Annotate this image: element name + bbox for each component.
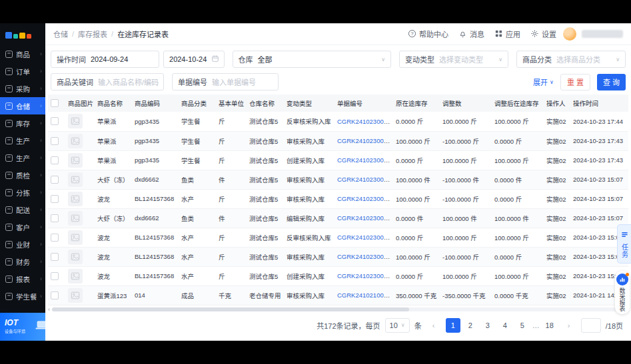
sidebar-item-label: 质检 (16, 170, 37, 180)
sidebar-item-production[interactable]: 生产› (0, 132, 45, 149)
reports-icon (5, 275, 13, 283)
row-checkbox[interactable] (51, 176, 59, 184)
product-image-cell (65, 208, 95, 228)
table-row: 波龙BL124157368水产斤测试仓库5创建采购入库CGRK241023000… (48, 266, 628, 285)
sidebar-item-inventory[interactable]: 库存› (0, 114, 45, 132)
doc-no-link[interactable]: CGRK24102300002 (337, 156, 393, 164)
help-button[interactable]: ?帮助中心 (408, 29, 448, 39)
breadcrumb-item[interactable]: 库存报表 (78, 29, 107, 39)
column-header: 调整后在途库存 (492, 94, 544, 112)
sidebar-item-finance[interactable]: 财务› (0, 253, 45, 270)
cell-stock-after: 100.0000 斤 (492, 266, 544, 285)
page-button-4[interactable]: 4 (498, 318, 512, 333)
cell-doc-no: CGRK24102300001 (334, 266, 393, 285)
select-all-checkbox[interactable] (51, 99, 59, 107)
report-floating-button[interactable]: 数采报表 (615, 271, 630, 314)
sidebar-item-goods[interactable]: 商品› (0, 45, 45, 63)
row-checkbox[interactable] (51, 214, 59, 222)
chevron-right-icon: › (40, 241, 42, 248)
sidebar-item-sorting[interactable]: 分拣› (0, 184, 45, 201)
breadcrumb: 仓储/库存报表/在途库存记录表 (53, 29, 169, 39)
page-button-5[interactable]: 5 (515, 318, 530, 333)
row-checkbox[interactable] (51, 195, 59, 203)
scroll-left-icon[interactable]: ‹ (48, 307, 50, 313)
date-range-end[interactable]: 2024-10-24 (163, 51, 225, 68)
sidebar-item-customers[interactable]: 客户› (0, 218, 45, 236)
warehouse-select[interactable]: 仓库 全部 ∨ (233, 51, 391, 68)
doc-no-link[interactable]: CGRK24102300001 (337, 176, 393, 183)
sidebar-item-label: 生产 (16, 136, 37, 146)
sidebar-item-purchase[interactable]: 采购› (0, 80, 45, 97)
keyword-input[interactable]: 商品关键词 输入商品名称/编码 (51, 73, 164, 91)
page-button-2[interactable]: 2 (463, 318, 478, 333)
settings-button[interactable]: 设置 (530, 29, 556, 39)
scrollbar-track[interactable] (52, 307, 628, 311)
apps-button[interactable]: 应用 (494, 29, 520, 39)
sidebar-item-quality[interactable]: 质检› (0, 166, 45, 184)
avatar[interactable] (563, 27, 576, 41)
change-type-select[interactable]: 变动类型 选择变动类型 ∨ (399, 51, 508, 68)
quality-icon (5, 172, 13, 179)
message-button[interactable]: 消息 (458, 29, 484, 39)
breadcrumb-item[interactable]: 仓储 (53, 29, 68, 39)
doc-no-link[interactable]: CGRK24102300001 (337, 214, 393, 222)
row-checkbox[interactable] (51, 272, 59, 280)
product-image-placeholder-icon (68, 269, 83, 283)
chevron-right-icon: › (40, 137, 42, 144)
sidebar-item-biz-finance[interactable]: 业财› (0, 236, 45, 253)
next-page-button[interactable]: › (562, 318, 576, 333)
caret-down-icon: ∨ (616, 57, 620, 63)
page-button-18[interactable]: 18 (542, 318, 557, 333)
row-checkbox[interactable] (51, 234, 59, 242)
search-button[interactable]: 查 询 (597, 74, 626, 91)
doc-no-link[interactable]: CGRK24102300002 (337, 118, 393, 125)
notification-dot (626, 273, 629, 276)
warehouse-icon (5, 102, 13, 110)
task-floating-button[interactable]: 任务 (617, 224, 631, 264)
cell-stock-after: 0.0000 斤 (492, 189, 544, 208)
sidebar-item-production-2[interactable]: 生产› (0, 149, 45, 166)
doc-no-link[interactable]: CGRK24102300001 (337, 253, 393, 260)
page-button-3[interactable]: 3 (480, 318, 495, 333)
finance-icon (5, 258, 13, 266)
column-header: 变动类型 (284, 94, 334, 112)
row-checkbox[interactable] (51, 253, 59, 261)
apps-label: 应用 (506, 29, 520, 39)
category-select[interactable]: 商品分类 选择商品分类 ∨ (516, 51, 626, 68)
row-checkbox[interactable] (51, 117, 59, 125)
purchase-icon (5, 85, 13, 92)
doc-no-link[interactable]: CGRK24102300001 (337, 272, 393, 279)
row-checkbox[interactable] (51, 291, 59, 299)
date-range-start[interactable]: 操作时间 2024-09-24 (51, 51, 159, 68)
reset-button[interactable]: 重 置 (560, 74, 590, 91)
date-start-value: 2024-09-24 (91, 55, 128, 63)
page-jump-input[interactable] (581, 318, 601, 333)
sidebar-item-reports[interactable]: 报表› (0, 270, 45, 287)
prev-page-button[interactable]: ‹ (426, 318, 441, 333)
doc-no-input[interactable]: 单据编号 输入单据编号 (172, 73, 279, 91)
topbar: 仓储/库存报表/在途库存记录表 ?帮助中心消息应用设置 (45, 23, 631, 45)
doc-no-link[interactable]: CGRK24102300001 (337, 195, 393, 202)
row-checkbox[interactable] (51, 156, 59, 164)
page-button-1[interactable]: 1 (446, 318, 460, 333)
page-size-select[interactable]: 10 ∨ (385, 318, 410, 333)
sidebar-item-student-meals[interactable]: 学生餐› (0, 287, 45, 305)
sidebar-item-warehouse[interactable]: 仓储› (0, 97, 45, 114)
doc-no-link[interactable]: CGRK24102300001 (337, 234, 393, 241)
doc-no-link[interactable]: CGRK24102300002 (337, 137, 393, 144)
caret-down-icon: ∨ (550, 79, 554, 85)
horizontal-scrollbar[interactable]: ‹ (48, 307, 628, 313)
scrollbar-thumb[interactable] (52, 307, 409, 311)
sidebar-item-delivery[interactable]: 配送› (0, 201, 45, 218)
row-checkbox[interactable] (51, 137, 59, 145)
cell-adjust: 100.0000 件 (440, 208, 492, 228)
expand-filters-link[interactable]: 展开 ∨ (533, 77, 554, 87)
cell-operator: 实施02 (544, 285, 570, 305)
doc-no-link[interactable]: CGRK24102100002 (337, 291, 393, 299)
cell-category: 鱼类 (179, 170, 216, 189)
column-header: 商品分类 (179, 94, 216, 112)
breadcrumb-separator: / (72, 30, 74, 38)
iot-banner[interactable]: IOT 设备与环境 (0, 313, 45, 341)
sidebar-item-orders[interactable]: 订单› (0, 63, 45, 80)
cell-code: 014 (132, 285, 179, 305)
